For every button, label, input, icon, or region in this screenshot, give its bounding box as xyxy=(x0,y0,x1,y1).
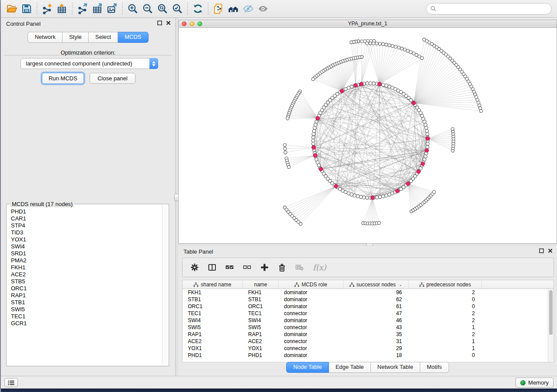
mcds-list-scrollbar[interactable] xyxy=(162,205,168,365)
cell-shared-name[interactable]: FKH1 xyxy=(183,289,243,296)
table-row-PHD1[interactable]: PHD1PHD1dominator180 xyxy=(183,352,548,359)
export-table-button[interactable] xyxy=(90,2,105,15)
mcds-node-item[interactable]: YOX1 xyxy=(11,236,162,243)
cell-MCDS-role[interactable]: dominator xyxy=(279,317,343,324)
column-header-predecessor-nodes[interactable]: predecessor nodes xyxy=(409,280,482,289)
close-panel-button[interactable]: Close panel xyxy=(90,73,135,84)
cell-shared-name[interactable]: SWI4 xyxy=(183,317,243,324)
tab-network[interactable]: Network xyxy=(28,32,62,43)
table-row-TEC1[interactable]: TEC1TEC1connector472 xyxy=(183,310,548,317)
column-header-successor-nodes[interactable]: successor nodes⌄ xyxy=(343,280,409,289)
table-row-YOX1[interactable]: YOX1YOX1connector291 xyxy=(183,345,548,352)
close-table-panel-icon[interactable] xyxy=(548,248,553,253)
cell-name[interactable]: ORC1 xyxy=(243,303,279,310)
cell-MCDS-role[interactable]: dominator xyxy=(279,296,343,303)
criterion-dropdown[interactable]: largest connected component (undirected) xyxy=(21,58,158,69)
mcds-node-item[interactable]: RAP1 xyxy=(11,292,162,299)
table-row-STB1[interactable]: STB1STB1dominator620 xyxy=(183,296,548,303)
cell-shared-name[interactable]: STB1 xyxy=(183,296,243,303)
float-table-panel-icon[interactable] xyxy=(539,248,544,253)
mcds-node-item[interactable]: FKH1 xyxy=(11,264,162,271)
export-network-button[interactable] xyxy=(75,2,90,15)
cell-MCDS-role[interactable]: connector xyxy=(279,310,343,317)
cell-predecessor-nodes[interactable]: 0 xyxy=(409,352,482,359)
window-zoom-button[interactable] xyxy=(197,21,202,26)
cell-shared-name[interactable]: ORC1 xyxy=(183,303,243,310)
table-scrollbar[interactable] xyxy=(548,289,554,362)
table-row-RAP1[interactable]: RAP1RAP1dominator352 xyxy=(183,331,548,338)
save-session-button[interactable] xyxy=(19,2,34,15)
float-panel-icon[interactable] xyxy=(157,21,162,25)
delete-column-button[interactable] xyxy=(278,263,286,272)
mcds-node-item[interactable]: PMA2 xyxy=(11,257,162,264)
cell-MCDS-role[interactable]: connector xyxy=(279,324,343,331)
zoom-out-button[interactable] xyxy=(140,2,155,15)
run-mcds-button[interactable]: Run MCDS xyxy=(42,73,84,84)
mcds-node-item[interactable]: SWI5 xyxy=(11,306,162,313)
mcds-node-item[interactable]: GCR1 xyxy=(11,320,162,327)
mcds-node-item[interactable]: STB5 xyxy=(11,278,162,285)
cell-name[interactable]: FKH1 xyxy=(243,289,279,296)
tab-style[interactable]: Style xyxy=(62,32,89,43)
zoom-in-button[interactable] xyxy=(125,2,140,15)
mcds-node-item[interactable]: PHD1 xyxy=(11,208,162,215)
zoom-selected-button[interactable] xyxy=(170,2,185,15)
cell-name[interactable]: RAP1 xyxy=(243,331,279,338)
import-table-button[interactable] xyxy=(55,2,69,15)
network-window-titlebar[interactable]: YPA_prune.txt_1 xyxy=(179,20,557,28)
cell-MCDS-role[interactable]: dominator xyxy=(279,352,343,359)
cell-name[interactable]: PHD1 xyxy=(243,352,279,359)
select-all-columns-button[interactable] xyxy=(225,263,234,272)
cell-successor-nodes[interactable]: 29 xyxy=(343,345,409,352)
cell-shared-name[interactable]: YOX1 xyxy=(183,345,243,352)
column-header-name[interactable]: name xyxy=(243,280,279,289)
export-image-button[interactable] xyxy=(105,2,120,15)
cell-predecessor-nodes[interactable]: 2 xyxy=(409,317,482,324)
cell-predecessor-nodes[interactable]: 2 xyxy=(409,310,482,317)
tab-mcds[interactable]: MCDS xyxy=(118,32,148,43)
column-header-shared-name[interactable]: shared name xyxy=(183,280,243,289)
cell-MCDS-role[interactable]: dominator xyxy=(279,331,343,338)
cell-successor-nodes[interactable]: 62 xyxy=(343,296,409,303)
cell-MCDS-role[interactable]: connector xyxy=(279,345,343,352)
window-close-button[interactable] xyxy=(182,21,187,26)
mcds-node-item[interactable]: TEC1 xyxy=(11,313,162,320)
open-file-button[interactable] xyxy=(4,2,19,15)
zoom-fit-button[interactable] xyxy=(155,2,170,15)
mcds-node-item[interactable]: STB1 xyxy=(11,299,162,306)
mcds-node-item[interactable]: STP4 xyxy=(11,222,162,229)
cell-shared-name[interactable]: TEC1 xyxy=(183,310,243,317)
deselect-all-columns-button[interactable] xyxy=(243,263,251,272)
table-scrollbar-thumb[interactable] xyxy=(549,290,553,335)
network-canvas[interactable] xyxy=(179,28,557,243)
search-input[interactable] xyxy=(439,6,547,12)
refresh-button[interactable] xyxy=(190,2,205,15)
cell-successor-nodes[interactable]: 96 xyxy=(343,289,409,296)
cell-successor-nodes[interactable]: 46 xyxy=(343,317,409,324)
tab-edge-table[interactable]: Edge Table xyxy=(329,362,371,373)
table-row-SWI5[interactable]: SWI5SWI5connector431 xyxy=(183,324,548,331)
cell-successor-nodes[interactable]: 31 xyxy=(343,338,409,345)
mcds-node-item[interactable]: ACE2 xyxy=(11,271,162,278)
cell-MCDS-role[interactable]: dominator xyxy=(279,303,343,310)
cell-successor-nodes[interactable]: 18 xyxy=(343,352,409,359)
cell-name[interactable]: TEC1 xyxy=(243,310,279,317)
cell-name[interactable]: YOX1 xyxy=(243,345,279,352)
column-header-MCDS-role[interactable]: MCDS role xyxy=(279,280,343,289)
tab-motifs[interactable]: Motifs xyxy=(420,362,449,373)
cell-name[interactable]: ACE2 xyxy=(243,338,279,345)
cell-shared-name[interactable]: RAP1 xyxy=(183,331,243,338)
table-row-ORC1[interactable]: ORC1ORC1dominator610 xyxy=(183,303,548,310)
mcds-node-item[interactable]: SWI4 xyxy=(11,243,162,250)
cell-successor-nodes[interactable]: 43 xyxy=(343,324,409,331)
cell-shared-name[interactable]: PHD1 xyxy=(183,352,243,359)
create-column-button[interactable] xyxy=(260,263,269,272)
mcds-node-item[interactable]: SRD1 xyxy=(11,250,162,257)
cell-predecessor-nodes[interactable]: 1 xyxy=(409,338,482,345)
mcds-node-item[interactable]: CAR1 xyxy=(11,215,162,222)
mcds-result-list[interactable]: PHD1CAR1STP4TID3YOX1SWI4SRD1PMA2FKH1ACE2… xyxy=(8,206,162,364)
cell-successor-nodes[interactable]: 47 xyxy=(343,310,409,317)
mcds-node-item[interactable]: ORC1 xyxy=(11,285,162,292)
show-panels-button[interactable] xyxy=(4,378,18,387)
table-row-ACE2[interactable]: ACE2ACE2connector311 xyxy=(183,338,548,345)
